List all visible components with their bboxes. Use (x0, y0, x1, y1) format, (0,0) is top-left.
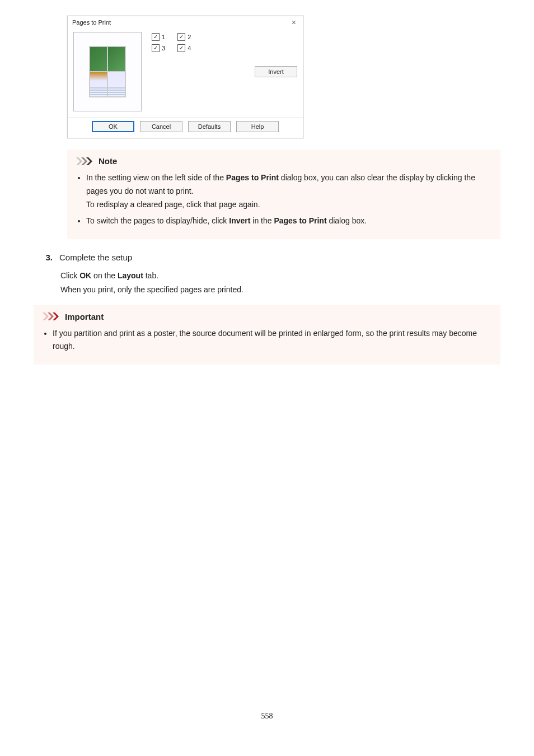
text: To redisplay a cleared page, click that … (86, 198, 491, 212)
help-button[interactable]: Help (236, 121, 279, 132)
text-bold: Layout (118, 271, 143, 280)
svg-marker-0 (76, 157, 82, 165)
pages-to-print-dialog: Pages to Print × ✓ 1 ✓ (67, 16, 303, 138)
text: When you print, only the specified pages… (60, 285, 243, 294)
invert-button[interactable]: Invert (255, 66, 297, 77)
step-number: 3. (44, 253, 53, 262)
checkbox-icon: ✓ (177, 33, 185, 41)
checkbox-icon: ✓ (152, 44, 160, 52)
step-3: 3. Complete the setup (44, 253, 500, 262)
checkbox-icon: ✓ (177, 44, 185, 52)
important-item-1: If you partition and print as a poster, … (53, 327, 491, 354)
text: To switch the pages to display/hide, cli… (86, 216, 229, 225)
checkbox-label: 3 (162, 45, 165, 52)
checkbox-page-3[interactable]: ✓ 3 (152, 44, 165, 52)
note-callout: Note In the setting view on the left sid… (67, 150, 500, 239)
checkbox-page-2[interactable]: ✓ 2 (177, 33, 191, 41)
important-heading-text: Important (65, 312, 104, 321)
preview-pane[interactable] (73, 32, 142, 111)
preview-thumbnail (89, 46, 126, 97)
preview-tile-1[interactable] (90, 46, 107, 72)
page-checkboxes: ✓ 1 ✓ 3 ✓ 2 ✓ 4 (152, 32, 245, 111)
checkbox-label: 1 (162, 34, 165, 40)
step-description: Click OK on the Layout tab. When you pri… (60, 269, 500, 297)
page-number: 558 (34, 712, 500, 721)
text-bold: Pages to Print (274, 216, 326, 225)
close-icon[interactable]: × (289, 18, 298, 26)
important-header: Important (43, 312, 491, 321)
dialog-title: Pages to Print (72, 19, 111, 26)
text: Click (60, 271, 79, 280)
text: on the (91, 271, 118, 280)
note-heading-text: Note (99, 156, 117, 166)
text-bold: Invert (229, 216, 250, 225)
checkbox-page-4[interactable]: ✓ 4 (177, 44, 191, 52)
preview-tile-4[interactable] (107, 72, 125, 97)
defaults-button[interactable]: Defaults (188, 121, 231, 132)
step-title: Complete the setup (59, 253, 132, 262)
dialog-titlebar: Pages to Print × (68, 16, 303, 29)
svg-marker-3 (43, 312, 49, 320)
preview-tile-2[interactable] (107, 46, 125, 72)
checkbox-icon: ✓ (152, 33, 160, 41)
note-item-2: To switch the pages to display/hide, cli… (86, 214, 491, 228)
text: dialog box. (327, 216, 367, 225)
note-item-1: In the setting view on the left side of … (86, 171, 491, 211)
dialog-footer: OK Cancel Defaults Help (68, 117, 303, 138)
checkbox-label: 2 (188, 34, 191, 40)
text-bold: OK (79, 271, 91, 280)
checkbox-page-1[interactable]: ✓ 1 (152, 33, 165, 41)
note-header: Note (76, 156, 491, 166)
checkbox-label: 4 (188, 45, 191, 52)
preview-tile-3[interactable] (90, 72, 107, 97)
text: In the setting view on the left side of … (86, 173, 226, 182)
important-callout: Important If you partition and print as … (34, 305, 500, 365)
chevrons-icon (76, 157, 95, 165)
text: in the (250, 216, 274, 225)
text-bold: Pages to Print (226, 173, 279, 182)
text: tab. (143, 271, 158, 280)
chevrons-icon (43, 312, 62, 320)
ok-button[interactable]: OK (92, 121, 134, 132)
cancel-button[interactable]: Cancel (140, 121, 182, 132)
